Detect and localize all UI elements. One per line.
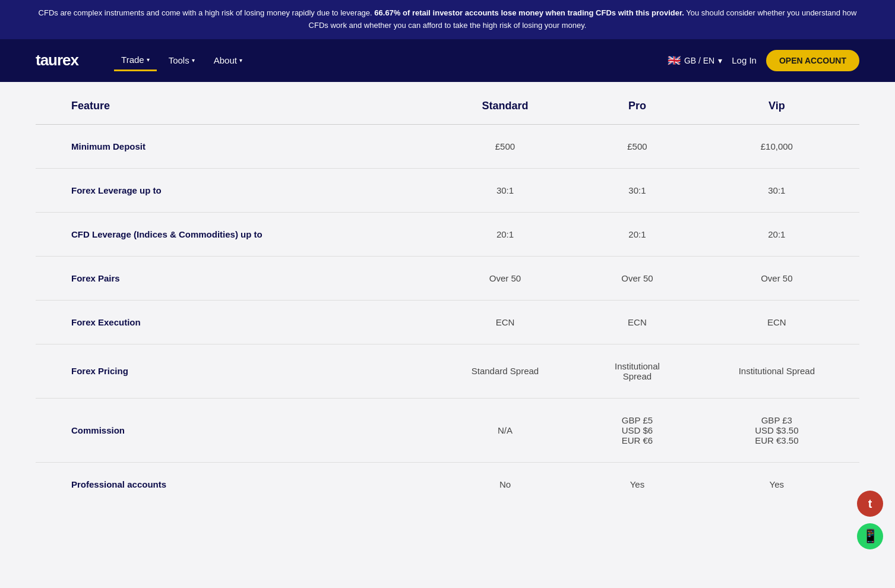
col-header-standard: Standard [430,82,580,125]
col-header-vip: Vip [694,82,859,125]
table-row: Forex Leverage up to30:130:130:1 [36,168,859,212]
main-content: Feature Standard Pro Vip Minimum Deposit… [0,82,895,530]
chat-float-button[interactable]: t [857,491,883,517]
standard-cell: No [430,462,580,506]
nav-about[interactable]: About ▾ [207,50,249,70]
feature-cell: Minimum Deposit [36,124,430,168]
login-button[interactable]: Log In [732,55,757,65]
chevron-down-icon: ▾ [239,57,242,64]
pro-cell: Over 50 [580,256,694,300]
vip-cell: 30:1 [694,168,859,212]
feature-cell: Commission [36,398,430,462]
table-row: Forex PricingStandard SpreadInstitutiona… [36,344,859,398]
gb-flag-icon: 🇬🇧 [668,54,681,67]
navbar: taurex Trade ▾ Tools ▾ About ▾ 🇬🇧 GB / E… [0,39,895,82]
vip-cell: Over 50 [694,256,859,300]
warning-text: CFDs are complex instruments and come wi… [39,8,857,30]
whatsapp-icon: 📱 [862,529,878,530]
standard-cell: Standard Spread [430,344,580,398]
table-row: Forex ExecutionECNECNECN [36,300,859,344]
pro-cell: ECN [580,300,694,344]
table-header-row: Feature Standard Pro Vip [36,82,859,125]
table-row: Minimum Deposit£500£500£10,000 [36,124,859,168]
vip-cell: Institutional Spread [694,344,859,398]
pro-cell: 20:1 [580,212,694,256]
pro-cell: £500 [580,124,694,168]
nav-trade[interactable]: Trade ▾ [114,50,157,71]
feature-cell: Professional accounts [36,462,430,506]
chevron-down-icon: ▾ [718,56,722,65]
feature-cell: Forex Pairs [36,256,430,300]
chevron-down-icon: ▾ [192,57,195,64]
feature-cell: Forex Pricing [36,344,430,398]
chevron-down-icon: ▾ [147,56,150,63]
table-row: CFD Leverage (Indices & Commodities) up … [36,212,859,256]
open-account-button[interactable]: OPEN ACCOUNT [766,50,859,71]
pro-cell: Institutional Spread [580,344,694,398]
table-row: CommissionN/AGBP £5 USD $6 EUR €6GBP £3 … [36,398,859,462]
table-row: Forex PairsOver 50Over 50Over 50 [36,256,859,300]
col-header-pro: Pro [580,82,694,125]
vip-cell: ECN [694,300,859,344]
feature-cell: CFD Leverage (Indices & Commodities) up … [36,212,430,256]
standard-cell: 30:1 [430,168,580,212]
vip-cell: Yes [694,462,859,506]
chat-icon: t [868,497,872,511]
nav-right: 🇬🇧 GB / EN ▾ Log In OPEN ACCOUNT [668,50,859,71]
standard-cell: £500 [430,124,580,168]
comparison-table: Feature Standard Pro Vip Minimum Deposit… [36,82,859,506]
col-header-feature: Feature [36,82,430,125]
vip-cell: 20:1 [694,212,859,256]
feature-cell: Forex Leverage up to [36,168,430,212]
standard-cell: N/A [430,398,580,462]
vip-cell: £10,000 [694,124,859,168]
warning-banner: CFDs are complex instruments and come wi… [0,0,895,39]
feature-cell: Forex Execution [36,300,430,344]
language-selector[interactable]: 🇬🇧 GB / EN ▾ [668,54,722,67]
table-row: Professional accountsNoYesYes [36,462,859,506]
nav-links: Trade ▾ Tools ▾ About ▾ [114,50,644,71]
nav-tools[interactable]: Tools ▾ [162,50,202,70]
standard-cell: ECN [430,300,580,344]
vip-cell: GBP £3 USD $3.50 EUR €3.50 [694,398,859,462]
pro-cell: GBP £5 USD $6 EUR €6 [580,398,694,462]
standard-cell: 20:1 [430,212,580,256]
site-logo[interactable]: taurex [36,51,78,69]
pro-cell: 30:1 [580,168,694,212]
pro-cell: Yes [580,462,694,506]
standard-cell: Over 50 [430,256,580,300]
